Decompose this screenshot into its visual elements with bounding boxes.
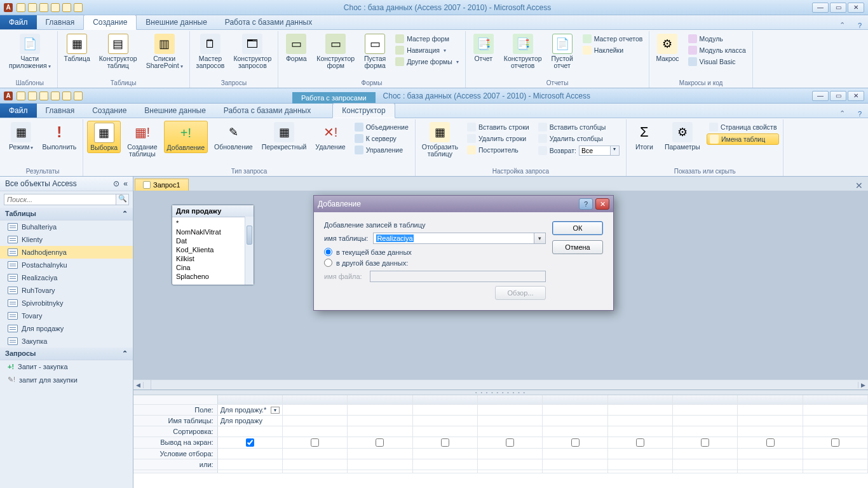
queries-section-header[interactable]: Запросы⌃ [0, 348, 133, 360]
dialog-help-button[interactable]: ? [579, 198, 593, 210]
grid-cell[interactable] [348, 437, 412, 448]
grid-cell[interactable] [673, 405, 738, 415]
ribbon-collapse-icon[interactable]: ⌃ [833, 21, 851, 29]
grid-cell[interactable] [283, 426, 348, 437]
show-checkbox[interactable] [636, 438, 644, 447]
grid-cell[interactable] [348, 470, 412, 473]
form-button[interactable]: ▭Форма [282, 32, 310, 64]
tables-section-header[interactable]: Таблицы⌃ [0, 208, 133, 220]
ribbon-collapse-icon[interactable]: ⌃ [833, 109, 851, 118]
qat-redo-icon[interactable] [39, 3, 48, 12]
grid-cell[interactable] [673, 459, 738, 470]
qat-undo-icon[interactable] [28, 3, 37, 12]
grid-cell[interactable] [673, 416, 738, 426]
search-input[interactable] [4, 194, 116, 205]
report-wizard-button[interactable]: Мастер отчетов [580, 34, 646, 44]
app-parts-button[interactable]: 📄Частиприложения [6, 32, 53, 71]
show-checkbox[interactable] [311, 438, 319, 447]
sidebar-table-item[interactable]: Buhalteriya [0, 220, 133, 233]
grid-cell[interactable] [803, 437, 868, 448]
grid-cell[interactable] [543, 405, 607, 415]
labels-button[interactable]: Наклейки [580, 45, 646, 55]
grid-cell[interactable] [413, 437, 478, 448]
tab-dbwork[interactable]: Работа с базами данных [215, 104, 320, 118]
delete-cols-button[interactable]: Удалить столбцы [536, 133, 622, 144]
property-sheet-button[interactable]: Страница свойств [707, 122, 780, 132]
query-design-grid[interactable]: • • • • • • • • • • Поле:Для продажу.*▾ … [133, 390, 868, 488]
grid-cell[interactable] [478, 437, 543, 448]
delete-query-button[interactable]: ✕!Удаление [313, 121, 348, 152]
close-doc-button[interactable]: ✕ [850, 180, 868, 191]
grid-cell[interactable] [803, 416, 868, 426]
grid-cell[interactable] [608, 437, 673, 448]
grid-cell[interactable] [478, 416, 543, 426]
tab-create[interactable]: Создание [83, 15, 137, 30]
grid-cell[interactable] [738, 459, 803, 470]
append-query-button[interactable]: +!Добавление [164, 121, 208, 153]
grid-cell[interactable] [803, 470, 868, 473]
file-tab[interactable]: Файл [0, 104, 37, 118]
grid-cell[interactable] [218, 426, 283, 437]
query-designer-button[interactable]: 🗔Конструкторзапросов [231, 32, 274, 71]
sidebar-table-item[interactable]: Realizaciya [0, 271, 133, 284]
show-checkbox[interactable] [246, 438, 254, 447]
grid-cell[interactable] [348, 416, 412, 426]
grid-cell[interactable] [543, 416, 607, 426]
grid-cell[interactable] [478, 449, 543, 459]
field-list-item[interactable]: * [176, 219, 250, 227]
tab-home[interactable]: Главная [37, 104, 84, 118]
chevron-down-icon[interactable]: ▾ [534, 233, 546, 244]
restore-button[interactable]: ▭ [830, 3, 846, 13]
passthrough-query-button[interactable]: К серверу [352, 133, 411, 144]
parameters-button[interactable]: ⚙Параметры [662, 121, 703, 152]
table-names-button[interactable]: Имена таблиц [707, 133, 780, 145]
grid-cell[interactable] [283, 405, 348, 415]
grid-cell[interactable] [803, 449, 868, 459]
tab-create[interactable]: Создание [83, 104, 135, 118]
doc-tab-query1[interactable]: Запрос1 [135, 179, 189, 191]
show-table-button[interactable]: ▦Отобразитьтаблицу [419, 121, 461, 159]
chevron-down-icon[interactable]: ⊙« [113, 179, 128, 188]
table-name-combo[interactable]: ▾ Realizaciya [373, 233, 546, 244]
grid-cell[interactable] [608, 426, 673, 437]
return-input[interactable] [579, 146, 611, 156]
grid-cell[interactable] [543, 470, 607, 473]
delete-rows-button[interactable]: Удалить строки [465, 133, 532, 144]
module-button[interactable]: Модуль [686, 34, 749, 44]
report-designer-button[interactable]: 📑Конструкторотчетов [501, 32, 545, 71]
query-wizard-button[interactable]: 🗒Мастерзапросов [194, 32, 227, 71]
sidebar-table-item[interactable]: Закупка [0, 335, 133, 348]
grid-cell[interactable] [673, 437, 738, 448]
grid-cell[interactable] [283, 449, 348, 459]
sidebar-table-item[interactable]: Nadhodjennya [0, 246, 133, 259]
grid-cell[interactable] [218, 459, 283, 470]
run-button[interactable]: !Выполнить [39, 121, 79, 152]
grid-cell[interactable] [608, 459, 673, 470]
insert-rows-button[interactable]: Вставить строки [465, 122, 532, 132]
sidebar-table-item[interactable]: Tovary [0, 309, 133, 322]
grid-cell[interactable] [738, 405, 803, 415]
cancel-button[interactable]: Отмена [552, 240, 603, 254]
splitter[interactable]: • • • • • • • • • • [133, 390, 868, 395]
grid-cell[interactable] [543, 449, 607, 459]
grid-cell[interactable] [283, 437, 348, 448]
grid-cell[interactable] [608, 470, 673, 473]
chevron-down-icon[interactable]: ▾ [271, 407, 280, 414]
grid-cell[interactable] [283, 470, 348, 473]
tab-external[interactable]: Внешние данные [135, 104, 215, 118]
field-list-item[interactable]: Splacheno [176, 272, 250, 281]
select-query-button[interactable]: ▦Выборка [87, 121, 121, 153]
grid-cell[interactable] [218, 449, 283, 459]
sidebar-table-item[interactable]: Postachalnyku [0, 259, 133, 271]
grid-cell[interactable] [738, 416, 803, 426]
form-designer-button[interactable]: ▭Конструкторформ [314, 32, 357, 71]
minimize-button[interactable]: — [812, 91, 829, 101]
maketable-query-button[interactable]: ▦!Созданиетаблицы [125, 121, 159, 159]
grid-cell[interactable] [738, 437, 803, 448]
table-field-list[interactable]: Для продажу *NomNaklVitratDatKod_Klienta… [172, 205, 254, 285]
nav-pane-header[interactable]: Все объекты Access ⊙« [0, 177, 133, 191]
grid-cell[interactable] [478, 426, 543, 437]
close-button[interactable]: ✕ [848, 3, 864, 13]
close-button[interactable]: ✕ [848, 91, 864, 101]
view-button[interactable]: ▦Режим [6, 121, 36, 152]
